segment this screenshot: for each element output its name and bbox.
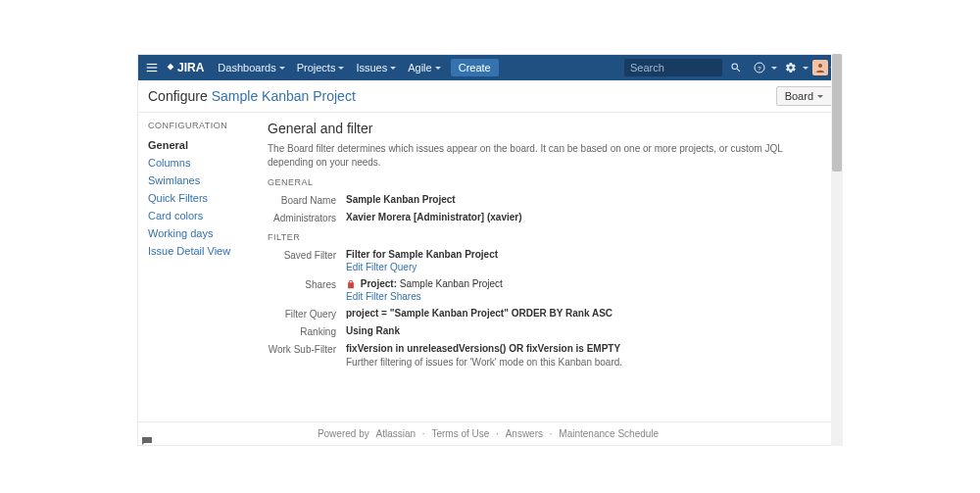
search-icon[interactable] [726, 62, 746, 74]
sidebar-item-columns[interactable]: Columns [148, 154, 246, 172]
shares-project-value: Sample Kanban Project [400, 278, 503, 289]
caret-down-icon [771, 67, 777, 70]
filter-query-value: project = "Sample Kanban Project" ORDER … [346, 308, 612, 319]
ranking-value: Using Rank [346, 325, 400, 336]
board-name-value: Sample Kanban Project [346, 194, 456, 205]
user-avatar[interactable] [812, 60, 828, 75]
sidebar-item-issue-detail[interactable]: Issue Detail View [148, 242, 246, 260]
saved-filter-label: Saved Filter [268, 249, 346, 261]
feedback-icon[interactable] [140, 434, 154, 448]
search-input[interactable] [624, 59, 722, 76]
edit-filter-shares-link[interactable]: Edit Filter Shares [346, 291, 421, 302]
top-navigation: JIRA Dashboards Projects Issues Agile Cr… [138, 55, 842, 80]
footer-powered-prefix: Powered by [318, 428, 369, 439]
main-content: General and filter The Board filter dete… [256, 113, 842, 421]
footer: Powered by Atlassian · Terms of Use · An… [138, 421, 842, 445]
nav-dashboards-label: Dashboards [218, 62, 275, 74]
main-heading: General and filter [268, 121, 830, 136]
ranking-label: Ranking [268, 325, 346, 337]
saved-filter-value: Filter for Sample Kanban Project [346, 249, 498, 260]
nav-projects-label: Projects [297, 62, 336, 74]
shares-project-prefix: Project: [361, 278, 397, 289]
nav-issues-label: Issues [356, 62, 387, 74]
nav-agile-label: Agile [408, 62, 431, 74]
shares-label: Shares [268, 278, 346, 290]
sidebar-item-working-days[interactable]: Working days [148, 224, 246, 242]
gear-icon[interactable] [781, 62, 801, 74]
work-subfilter-subtext: Further filtering of issues for 'Work' m… [346, 357, 830, 368]
caret-down-icon [817, 95, 823, 98]
nav-issues[interactable]: Issues [350, 62, 402, 74]
administrators-label: Administrators [268, 212, 346, 223]
project-title-link[interactable]: Sample Kanban Project [212, 88, 356, 104]
create-button[interactable]: Create [451, 59, 499, 76]
board-dropdown-button[interactable]: Board [776, 86, 832, 106]
title-bar: Configure Sample Kanban Project Board [138, 80, 842, 113]
nav-projects[interactable]: Projects [291, 62, 351, 74]
menu-icon[interactable] [144, 60, 160, 75]
sidebar-item-swimlanes[interactable]: Swimlanes [148, 172, 246, 189]
config-sidebar: CONFIGURATION General Columns Swimlanes … [138, 113, 256, 421]
work-subfilter-value: fixVersion in unreleasedVersions() OR fi… [346, 343, 620, 354]
board-name-label: Board Name [268, 194, 346, 206]
edit-filter-query-link[interactable]: Edit Filter Query [346, 262, 416, 272]
footer-terms-link[interactable]: Terms of Use [431, 428, 489, 439]
caret-down-icon [279, 67, 285, 70]
lock-icon [346, 279, 356, 289]
sidebar-item-card-colors[interactable]: Card colors [148, 207, 246, 224]
help-icon[interactable]: ? [750, 62, 769, 74]
jira-logo[interactable]: JIRA [166, 61, 204, 74]
svg-text:?: ? [758, 66, 761, 72]
section-general-label: GENERAL [268, 177, 830, 187]
jira-logo-text: JIRA [177, 61, 204, 74]
nav-dashboards[interactable]: Dashboards [212, 62, 290, 74]
caret-down-icon [338, 67, 344, 70]
sidebar-heading: CONFIGURATION [148, 121, 246, 130]
footer-atlassian-link[interactable]: Atlassian [375, 428, 416, 439]
page-title-prefix: Configure [148, 88, 208, 104]
sidebar-item-general[interactable]: General [148, 136, 246, 154]
footer-maintenance-link[interactable]: Maintenance Schedule [559, 428, 659, 439]
vertical-scrollbar[interactable] [831, 54, 843, 446]
caret-down-icon [435, 67, 441, 70]
administrators-value: Xavier Morera [Administrator] (xavier) [346, 212, 522, 222]
main-description: The Board filter determines which issues… [268, 142, 830, 170]
board-dropdown-label: Board [785, 90, 813, 102]
caret-down-icon [390, 67, 396, 70]
nav-agile[interactable]: Agile [402, 62, 446, 74]
sidebar-item-quick-filters[interactable]: Quick Filters [148, 189, 246, 207]
svg-point-5 [818, 64, 822, 68]
filter-query-label: Filter Query [268, 308, 346, 320]
section-filter-label: FILTER [268, 232, 830, 242]
footer-answers-link[interactable]: Answers [506, 428, 543, 439]
scrollbar-thumb[interactable] [832, 54, 842, 172]
caret-down-icon [803, 67, 808, 70]
work-subfilter-label: Work Sub-Filter [268, 343, 346, 355]
